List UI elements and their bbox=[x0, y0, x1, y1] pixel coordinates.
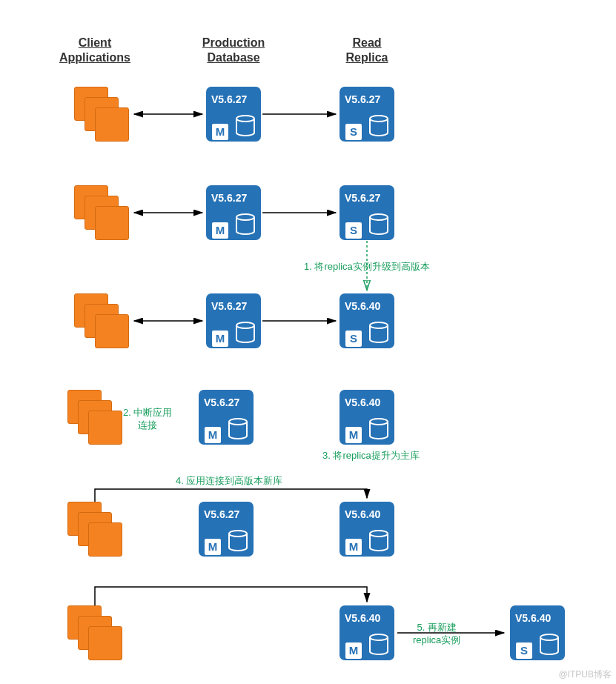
db-role-slave: S bbox=[345, 124, 362, 140]
db-role-master: M bbox=[345, 539, 362, 555]
cylinder-icon bbox=[236, 213, 256, 237]
cylinder-icon bbox=[369, 213, 390, 237]
client-stack-icon bbox=[67, 502, 122, 557]
db-version: V5.6.27 bbox=[204, 508, 239, 520]
db-version: V5.6.40 bbox=[345, 508, 380, 520]
db-role-master: M bbox=[205, 427, 221, 443]
cylinder-icon bbox=[228, 418, 249, 442]
client-stack-icon bbox=[74, 185, 129, 240]
header-client: Client Applications bbox=[58, 36, 132, 65]
cylinder-icon bbox=[369, 115, 390, 139]
replica-db-icon: V5.6.27 S bbox=[340, 185, 394, 240]
db-version: V5.6.27 bbox=[345, 192, 380, 204]
new-replica-db-icon: V5.6.40 S bbox=[510, 605, 565, 660]
client-stack-icon bbox=[67, 605, 122, 660]
header-replica: Read Replica bbox=[337, 36, 397, 65]
replica-db-icon: V5.6.40 S bbox=[340, 293, 394, 348]
cylinder-icon bbox=[369, 418, 390, 442]
production-db-icon: V5.6.27 M bbox=[206, 87, 261, 142]
db-role-slave: S bbox=[345, 331, 362, 347]
db-role-master: M bbox=[212, 124, 228, 140]
db-role-master: M bbox=[205, 539, 221, 555]
cylinder-icon bbox=[369, 634, 390, 657]
replica-db-icon: V5.6.27 S bbox=[340, 87, 394, 142]
client-stack-icon bbox=[67, 390, 122, 445]
cylinder-icon bbox=[540, 634, 560, 657]
cylinder-icon bbox=[228, 530, 249, 554]
note-5: 5. 再新建 replica实例 bbox=[413, 621, 460, 646]
watermark: @ITPUB博客 bbox=[558, 668, 612, 681]
db-version: V5.6.27 bbox=[211, 93, 247, 105]
db-version: V5.6.27 bbox=[211, 300, 247, 312]
db-role-master: M bbox=[212, 331, 228, 347]
header-production: Production Database bbox=[194, 36, 273, 65]
note-1: 1. 将replica实例升级到高版本 bbox=[304, 260, 430, 273]
production-db-icon: V5.6.27 M bbox=[206, 185, 261, 240]
db-role-master: M bbox=[345, 643, 362, 659]
note-3: 3. 将replica提升为主库 bbox=[322, 449, 420, 462]
production-db-icon: V5.6.27 M bbox=[206, 293, 261, 348]
cylinder-icon bbox=[369, 530, 390, 554]
client-stack-icon bbox=[74, 87, 129, 142]
db-version: V5.6.27 bbox=[211, 192, 247, 204]
db-version: V5.6.40 bbox=[345, 396, 380, 408]
db-role-master: M bbox=[212, 222, 228, 239]
production-db-icon: V5.6.27 M bbox=[199, 502, 254, 557]
cylinder-icon bbox=[236, 322, 256, 345]
note-2: 2. 中断应用 连接 bbox=[123, 406, 172, 431]
db-version: V5.6.40 bbox=[345, 300, 380, 312]
production-db-icon: V5.6.27 M bbox=[199, 390, 254, 445]
cylinder-icon bbox=[369, 322, 390, 345]
note-4: 4. 应用连接到高版本新库 bbox=[176, 474, 282, 487]
replica-db-icon: V5.6.40 M bbox=[340, 605, 394, 660]
replica-db-icon: V5.6.40 M bbox=[340, 502, 394, 557]
db-version: V5.6.27 bbox=[204, 396, 239, 408]
db-version: V5.6.40 bbox=[515, 612, 551, 624]
db-version: V5.6.40 bbox=[345, 612, 380, 624]
cylinder-icon bbox=[236, 115, 256, 139]
db-role-master: M bbox=[345, 427, 362, 443]
db-role-slave: S bbox=[516, 643, 532, 659]
db-role-slave: S bbox=[345, 222, 362, 239]
db-version: V5.6.27 bbox=[345, 93, 380, 105]
replica-db-icon: V5.6.40 M bbox=[340, 390, 394, 445]
client-stack-icon bbox=[74, 293, 129, 348]
